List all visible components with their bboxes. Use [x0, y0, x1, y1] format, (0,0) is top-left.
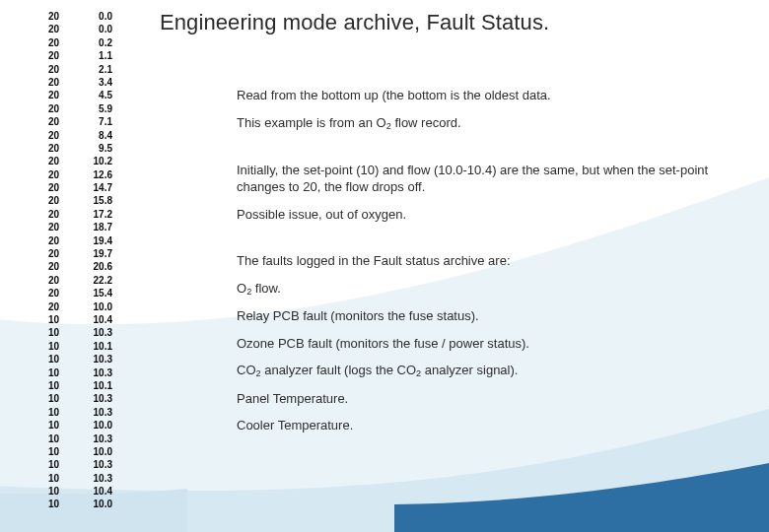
data-row: 1010.1: [18, 340, 148, 353]
data-row: 2012.6: [18, 168, 148, 181]
data-row: 2022.2: [18, 274, 148, 287]
flow-value: 0.0: [65, 10, 112, 23]
flow-value: 8.4: [65, 129, 112, 142]
flow-value: 0.0: [65, 23, 112, 35]
setpoint-value: 20: [18, 76, 65, 89]
paragraph-faults-intro: The faults logged in the Fault status ar…: [237, 252, 735, 270]
setpoint-value: 20: [18, 300, 65, 313]
data-row: 1010.3: [18, 406, 148, 419]
flow-value: 10.4: [65, 313, 112, 326]
flow-value: 10.3: [65, 472, 112, 485]
setpoint-value: 10: [18, 432, 65, 445]
setpoint-value: 10: [18, 353, 65, 366]
data-row: 2020.6: [18, 260, 148, 273]
data-row: 200.0: [18, 23, 148, 35]
fault-ozone-pcb: Ozone PCB fault (monitors the fuse / pow…: [237, 335, 735, 353]
paragraph-reading-order: Read from the bottom up (the bottom is t…: [237, 87, 735, 104]
setpoint-value: 20: [18, 208, 65, 221]
data-row: 2010.2: [18, 155, 148, 167]
fault-relay-pcb: Relay PCB fault (monitors the fuse statu…: [237, 307, 735, 325]
setpoint-value: 10: [18, 326, 65, 339]
page-title: Engineering mode archive, Fault Status.: [160, 10, 745, 35]
setpoint-value: 10: [18, 406, 65, 419]
setpoint-value: 10: [18, 366, 65, 379]
text-fragment: analyzer fault (logs the CO: [261, 363, 417, 377]
data-strip: 200.0200.0200.2201.1202.1203.4204.5205.9…: [0, 0, 148, 532]
flow-value: 10.3: [65, 353, 112, 366]
flow-value: 12.6: [65, 168, 112, 181]
fault-cooler-temp: Cooler Temperature.: [237, 417, 735, 434]
flow-value: 10.3: [65, 326, 112, 339]
flow-value: 18.7: [65, 221, 112, 233]
data-row: 202.1: [18, 63, 148, 76]
flow-value: 1.1: [65, 49, 112, 62]
data-row: 204.5: [18, 89, 148, 101]
setpoint-value: 10: [18, 472, 65, 485]
flow-value: 10.2: [65, 155, 112, 167]
setpoint-value: 20: [18, 181, 65, 194]
setpoint-value: 10: [18, 485, 65, 498]
setpoint-value: 10: [18, 445, 65, 458]
setpoint-value: 20: [18, 129, 65, 142]
flow-value: 14.7: [65, 181, 112, 194]
data-row: 1010.3: [18, 432, 148, 445]
paragraph-example: This example is from an O2 flow record.: [237, 114, 735, 132]
data-row: 1010.3: [18, 458, 148, 471]
setpoint-value: 20: [18, 89, 65, 101]
flow-value: 10.3: [65, 392, 112, 405]
paragraph-setpoint: Initially, the set-point (10) and flow (…: [237, 162, 735, 196]
setpoint-value: 20: [18, 63, 65, 76]
setpoint-value: 20: [18, 260, 65, 273]
data-row: 205.9: [18, 102, 148, 115]
flow-value: 0.2: [65, 36, 112, 49]
flow-value: 3.4: [65, 76, 112, 89]
setpoint-value: 10: [18, 340, 65, 353]
flow-value: 10.0: [65, 445, 112, 458]
flow-value: 5.9: [65, 102, 112, 115]
data-row: 2017.2: [18, 208, 148, 221]
data-row: 200.0: [18, 10, 148, 23]
data-row: 2019.7: [18, 247, 148, 260]
setpoint-value: 20: [18, 287, 65, 299]
text-fragment: flow record.: [391, 115, 461, 130]
flow-value: 10.1: [65, 340, 112, 353]
setpoint-value: 20: [18, 49, 65, 62]
text-fragment: CO: [237, 363, 256, 377]
flow-value: 10.3: [65, 366, 112, 379]
flow-value: 15.4: [65, 287, 112, 299]
setpoint-value: 10: [18, 392, 65, 405]
setpoint-value: 10: [18, 498, 65, 510]
flow-value: 10.3: [65, 458, 112, 471]
fault-o2-flow: O2 flow.: [237, 280, 735, 298]
data-row: 1010.4: [18, 313, 148, 326]
paragraph-issue: Possible issue, out of oxygen.: [237, 206, 735, 224]
data-row: 2019.4: [18, 234, 148, 247]
flow-value: 10.0: [65, 300, 112, 313]
flow-value: 10.1: [65, 379, 112, 392]
flow-value: 20.6: [65, 260, 112, 273]
data-row: 1010.3: [18, 472, 148, 485]
flow-value: 15.8: [65, 194, 112, 207]
setpoint-value: 20: [18, 274, 65, 287]
data-row: 1010.3: [18, 366, 148, 379]
setpoint-value: 20: [18, 115, 65, 128]
data-row: 200.2: [18, 36, 148, 49]
main-text: Engineering mode archive, Fault Status. …: [148, 0, 769, 532]
text-fragment: flow.: [251, 281, 281, 296]
flow-value: 4.5: [65, 89, 112, 101]
setpoint-value: 10: [18, 313, 65, 326]
flow-value: 19.4: [65, 234, 112, 247]
data-row: 1010.3: [18, 392, 148, 405]
data-row: 1010.3: [18, 353, 148, 366]
setpoint-value: 20: [18, 168, 65, 181]
data-row: 1010.3: [18, 326, 148, 339]
data-row: 1010.0: [18, 498, 148, 510]
data-row: 2014.7: [18, 181, 148, 194]
flow-value: 7.1: [65, 115, 112, 128]
text-fragment: This example is from an O: [237, 115, 386, 130]
data-row: 1010.0: [18, 445, 148, 458]
setpoint-value: 20: [18, 102, 65, 115]
setpoint-value: 20: [18, 10, 65, 23]
data-row: 207.1: [18, 115, 148, 128]
setpoint-value: 20: [18, 234, 65, 247]
